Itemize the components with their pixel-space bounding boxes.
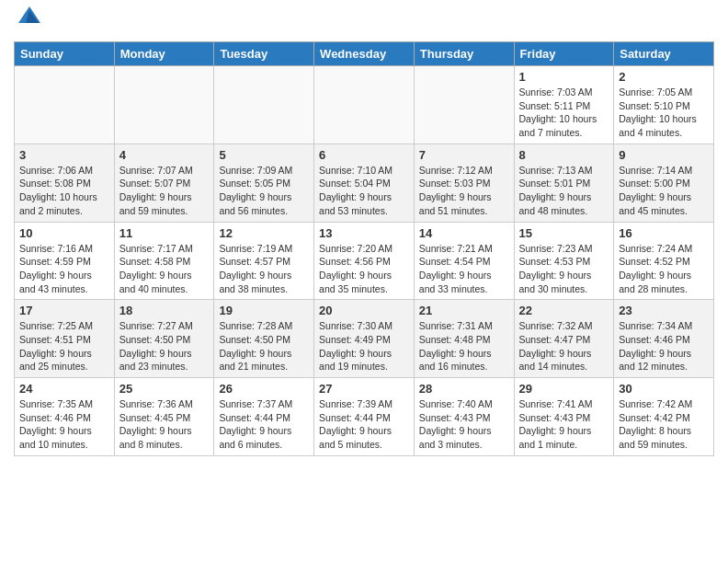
day-info: Sunrise: 7:41 AMSunset: 4:43 PMDaylight:… bbox=[519, 397, 609, 452]
day-info: Sunrise: 7:32 AMSunset: 4:47 PMDaylight:… bbox=[519, 319, 609, 373]
header-day-thursday: Thursday bbox=[414, 42, 514, 66]
day-info-line: Sunset: 4:44 PM bbox=[319, 412, 391, 423]
day-info: Sunrise: 7:06 AMSunset: 5:08 PMDaylight:… bbox=[19, 164, 109, 218]
day-info-line: Sunset: 4:59 PM bbox=[19, 256, 91, 267]
day-info-line: Sunrise: 7:27 AM bbox=[119, 320, 193, 331]
calendar-cell: 22Sunrise: 7:32 AMSunset: 4:47 PMDayligh… bbox=[514, 300, 614, 378]
day-info-line: Sunrise: 7:13 AM bbox=[519, 165, 593, 176]
header-day-tuesday: Tuesday bbox=[214, 42, 314, 66]
header bbox=[14, 9, 714, 34]
day-info-line: Sunrise: 7:03 AM bbox=[519, 86, 593, 98]
calendar-cell: 2Sunrise: 7:05 AMSunset: 5:10 PMDaylight… bbox=[614, 66, 714, 144]
day-number: 26 bbox=[219, 382, 309, 396]
day-info-line: Sunset: 4:53 PM bbox=[519, 256, 591, 267]
day-info-line: Daylight: 9 hours and 5 minutes. bbox=[319, 425, 392, 450]
calendar-cell: 29Sunrise: 7:41 AMSunset: 4:43 PMDayligh… bbox=[514, 378, 614, 456]
day-number: 25 bbox=[119, 382, 210, 396]
calendar-cell: 5Sunrise: 7:09 AMSunset: 5:05 PMDaylight… bbox=[214, 144, 314, 222]
day-info-line: Daylight: 9 hours and 23 minutes. bbox=[119, 348, 192, 373]
day-info-line: Sunset: 5:01 PM bbox=[519, 178, 591, 189]
day-info: Sunrise: 7:19 AMSunset: 4:57 PMDaylight:… bbox=[219, 242, 309, 296]
day-info-line: Sunset: 5:07 PM bbox=[119, 178, 191, 189]
day-info-line: Sunset: 4:43 PM bbox=[519, 412, 591, 423]
day-info-line: Daylight: 9 hours and 16 minutes. bbox=[419, 348, 492, 373]
day-number: 8 bbox=[519, 148, 609, 162]
day-info-line: Sunrise: 7:12 AM bbox=[419, 165, 493, 176]
day-info: Sunrise: 7:07 AMSunset: 5:07 PMDaylight:… bbox=[119, 164, 210, 218]
day-info-line: Sunset: 4:47 PM bbox=[519, 334, 591, 345]
day-number: 13 bbox=[319, 226, 409, 240]
day-number: 20 bbox=[319, 304, 409, 317]
day-number: 19 bbox=[219, 304, 309, 317]
calendar-cell: 4Sunrise: 7:07 AMSunset: 5:07 PMDaylight… bbox=[114, 144, 214, 222]
calendar-cell: 14Sunrise: 7:21 AMSunset: 4:54 PMDayligh… bbox=[414, 222, 514, 300]
day-number: 7 bbox=[419, 148, 509, 162]
day-info: Sunrise: 7:20 AMSunset: 4:56 PMDaylight:… bbox=[319, 242, 409, 296]
calendar-cell: 10Sunrise: 7:16 AMSunset: 4:59 PMDayligh… bbox=[15, 222, 115, 300]
day-info-line: Daylight: 9 hours and 30 minutes. bbox=[519, 270, 592, 294]
day-number: 16 bbox=[619, 226, 709, 240]
day-info-line: Sunset: 4:57 PM bbox=[219, 256, 290, 267]
day-info-line: Daylight: 9 hours and 3 minutes. bbox=[419, 425, 492, 450]
calendar-cell: 17Sunrise: 7:25 AMSunset: 4:51 PMDayligh… bbox=[15, 300, 115, 378]
day-info-line: Daylight: 9 hours and 51 minutes. bbox=[419, 191, 492, 216]
calendar-cell: 26Sunrise: 7:37 AMSunset: 4:44 PMDayligh… bbox=[214, 378, 314, 456]
day-info-line: Daylight: 10 hours and 7 minutes. bbox=[519, 113, 597, 138]
day-info-line: Sunset: 5:00 PM bbox=[619, 178, 690, 189]
day-info-line: Sunset: 4:51 PM bbox=[19, 334, 91, 345]
day-info: Sunrise: 7:27 AMSunset: 4:50 PMDaylight:… bbox=[119, 319, 210, 373]
day-info-line: Sunset: 4:46 PM bbox=[19, 412, 91, 423]
day-info-line: Daylight: 9 hours and 43 minutes. bbox=[19, 270, 92, 294]
day-info-line: Sunrise: 7:19 AM bbox=[219, 243, 292, 254]
calendar-cell bbox=[15, 66, 115, 144]
day-number: 23 bbox=[619, 304, 709, 317]
day-info: Sunrise: 7:42 AMSunset: 4:42 PMDaylight:… bbox=[619, 397, 709, 452]
day-info-line: Sunset: 4:46 PM bbox=[619, 334, 690, 345]
calendar-cell: 25Sunrise: 7:36 AMSunset: 4:45 PMDayligh… bbox=[114, 378, 214, 456]
day-info-line: Sunrise: 7:35 AM bbox=[19, 398, 93, 409]
day-info-line: Sunrise: 7:30 AM bbox=[319, 320, 392, 331]
day-info-line: Sunset: 4:43 PM bbox=[419, 412, 491, 423]
day-number: 10 bbox=[19, 226, 109, 240]
day-number: 15 bbox=[519, 226, 609, 240]
day-number: 30 bbox=[619, 382, 709, 396]
calendar-cell: 9Sunrise: 7:14 AMSunset: 5:00 PMDaylight… bbox=[614, 144, 714, 222]
day-info-line: Sunrise: 7:09 AM bbox=[219, 165, 292, 176]
day-number: 9 bbox=[619, 148, 709, 162]
day-info-line: Sunset: 5:11 PM bbox=[519, 100, 591, 111]
logo-text bbox=[14, 9, 42, 34]
day-info: Sunrise: 7:16 AMSunset: 4:59 PMDaylight:… bbox=[19, 242, 109, 296]
page: SundayMondayTuesdayWednesdayThursdayFrid… bbox=[0, 0, 728, 465]
calendar-cell: 6Sunrise: 7:10 AMSunset: 5:04 PMDaylight… bbox=[314, 144, 415, 222]
day-number: 22 bbox=[519, 304, 609, 317]
day-info-line: Sunset: 4:56 PM bbox=[319, 256, 391, 267]
day-info: Sunrise: 7:39 AMSunset: 4:44 PMDaylight:… bbox=[319, 397, 409, 452]
calendar-cell: 12Sunrise: 7:19 AMSunset: 4:57 PMDayligh… bbox=[214, 222, 314, 300]
calendar-cell: 19Sunrise: 7:28 AMSunset: 4:50 PMDayligh… bbox=[214, 300, 314, 378]
day-number: 18 bbox=[119, 304, 210, 317]
day-number: 1 bbox=[519, 70, 609, 84]
calendar-cell: 13Sunrise: 7:20 AMSunset: 4:56 PMDayligh… bbox=[314, 222, 415, 300]
day-info-line: Sunrise: 7:32 AM bbox=[519, 320, 593, 331]
day-info-line: Daylight: 9 hours and 33 minutes. bbox=[419, 270, 492, 294]
day-info-line: Daylight: 9 hours and 59 minutes. bbox=[119, 191, 192, 216]
day-info: Sunrise: 7:05 AMSunset: 5:10 PMDaylight:… bbox=[619, 86, 709, 140]
day-info-line: Daylight: 9 hours and 19 minutes. bbox=[319, 348, 392, 373]
day-info-line: Daylight: 9 hours and 10 minutes. bbox=[19, 425, 92, 450]
day-info-line: Daylight: 9 hours and 40 minutes. bbox=[119, 270, 192, 294]
calendar-cell: 7Sunrise: 7:12 AMSunset: 5:03 PMDaylight… bbox=[414, 144, 514, 222]
day-info: Sunrise: 7:24 AMSunset: 4:52 PMDaylight:… bbox=[619, 242, 709, 296]
day-info-line: Sunrise: 7:31 AM bbox=[419, 320, 493, 331]
day-info-line: Daylight: 9 hours and 48 minutes. bbox=[519, 191, 592, 216]
day-info-line: Daylight: 9 hours and 14 minutes. bbox=[519, 348, 592, 373]
day-info-line: Sunrise: 7:42 AM bbox=[619, 398, 692, 409]
calendar-cell bbox=[414, 66, 514, 144]
header-day-monday: Monday bbox=[114, 42, 214, 66]
calendar-cell: 3Sunrise: 7:06 AMSunset: 5:08 PMDaylight… bbox=[15, 144, 115, 222]
day-info: Sunrise: 7:37 AMSunset: 4:44 PMDaylight:… bbox=[219, 397, 309, 452]
day-info-line: Sunrise: 7:20 AM bbox=[319, 243, 392, 254]
calendar-cell: 15Sunrise: 7:23 AMSunset: 4:53 PMDayligh… bbox=[514, 222, 614, 300]
day-info-line: Sunset: 4:50 PM bbox=[219, 334, 290, 345]
day-info-line: Sunrise: 7:05 AM bbox=[619, 86, 692, 98]
day-info-line: Sunrise: 7:07 AM bbox=[119, 165, 193, 176]
